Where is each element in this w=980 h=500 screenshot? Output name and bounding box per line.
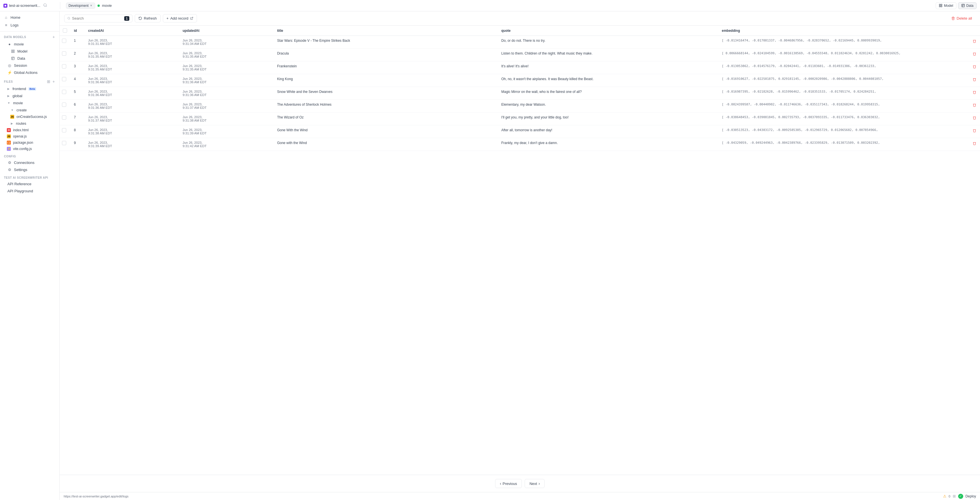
delete-row-button[interactable] xyxy=(972,39,977,44)
delete-row-button[interactable] xyxy=(972,141,977,147)
toolbar: 1 Refresh + Add record Delete all xyxy=(60,11,980,25)
sidebar-file-package-json[interactable]: { } package.json xyxy=(0,140,59,146)
files-label: FILES xyxy=(4,80,13,83)
cell-title: Dracula xyxy=(273,49,497,61)
row-checkbox[interactable] xyxy=(62,77,66,81)
row-checkbox[interactable] xyxy=(62,128,66,132)
sidebar-file-global[interactable]: ▶ global xyxy=(0,92,59,100)
model-tab-button[interactable]: Model xyxy=(935,2,956,9)
delete-row-button[interactable] xyxy=(972,64,977,70)
status-bar: https://test-ai-screenwriter.gadget.app/… xyxy=(60,492,980,500)
data-tab-button[interactable]: Data xyxy=(958,2,977,9)
delete-icon xyxy=(951,16,955,20)
new-file-folder-button[interactable]: ⊞ xyxy=(46,79,51,84)
sidebar-item-settings[interactable]: ⚙ Settings xyxy=(0,166,59,173)
delete-row-button[interactable] xyxy=(972,128,977,134)
cell-quote: After all, tomorrow is another day! xyxy=(497,125,718,138)
svg-rect-5 xyxy=(961,4,964,7)
topbar-center: Development ▼ movie xyxy=(62,3,933,9)
cell-title: Gone With the Wind xyxy=(273,125,497,138)
row-checkbox[interactable] xyxy=(62,51,66,56)
refresh-button[interactable]: Refresh xyxy=(135,14,161,22)
sidebar-file-movie-folder[interactable]: ▼ movie xyxy=(0,100,59,106)
cell-id: 9 xyxy=(70,138,84,151)
sidebar-file-onCreateSuccess[interactable]: JS onCreateSuccess.js xyxy=(3,114,59,120)
sidebar-item-home-label: Home xyxy=(11,15,21,20)
svg-rect-3 xyxy=(939,6,940,7)
delete-row-button[interactable] xyxy=(972,103,977,108)
row-checkbox[interactable] xyxy=(62,64,66,68)
sidebar-item-data[interactable]: Data xyxy=(0,55,59,62)
env-selector[interactable]: Development ▼ xyxy=(66,3,95,9)
search-box[interactable]: 1 xyxy=(64,14,132,22)
beta-badge: Beta xyxy=(29,87,37,90)
warning-count: 0 xyxy=(949,495,950,498)
cell-updatedAt: Jun 26, 2023, 9:31:38 AM EDT xyxy=(178,113,273,125)
api-section-header: TEST AI SCREENWRITER API xyxy=(0,173,59,180)
sidebar-main-nav: ⌂ Home ≡ Logs xyxy=(0,11,59,32)
delete-all-button[interactable]: Delete all xyxy=(948,14,975,22)
cell-updatedAt: Jun 26, 2023, 9:31:39 AM EDT xyxy=(178,125,273,138)
delete-row-button[interactable] xyxy=(972,51,977,57)
select-all-checkbox[interactable] xyxy=(63,29,67,33)
delete-row-button[interactable] xyxy=(972,77,977,83)
cell-quote: Magic Mirror on the wall, who is the fai… xyxy=(497,87,718,100)
api-section: TEST AI SCREENWRITER API API Reference A… xyxy=(0,173,59,195)
cell-createdAt: Jun 26, 2023, 9:31:36 AM EDT xyxy=(84,87,178,100)
delete-row-button[interactable] xyxy=(972,90,977,95)
sidebar-item-home[interactable]: ⌂ Home xyxy=(0,14,59,21)
sidebar-item-connections[interactable]: ⚙ Connections xyxy=(0,159,59,166)
sidebar-file-openai-js[interactable]: JS openai.js xyxy=(0,133,59,140)
html-file-icon: H xyxy=(7,128,11,132)
sidebar-file-index-html[interactable]: H index.html xyxy=(0,127,59,133)
sidebar-item-session[interactable]: ◎ Session xyxy=(0,62,59,69)
add-record-button[interactable]: + Add record xyxy=(163,14,197,22)
search-icon[interactable] xyxy=(42,2,48,9)
svg-rect-9 xyxy=(13,52,14,53)
cell-id: 6 xyxy=(70,100,84,113)
sidebar-file-vite-config[interactable]: ⚡ vite.config.js xyxy=(0,146,59,152)
cell-createdAt: Jun 26, 2023, 9:31:37 AM EDT xyxy=(84,113,178,125)
connections-label: Connections xyxy=(14,160,34,165)
routes-label: routes xyxy=(16,121,26,125)
data-models-header: DATA MODELS + xyxy=(0,32,59,41)
cell-quote: Elementary, my dear Watson. xyxy=(497,100,718,113)
row-checkbox[interactable] xyxy=(62,39,66,43)
cell-updatedAt: Jun 26, 2023, 9:31:36 AM EDT xyxy=(178,87,273,100)
table-row: 2 Jun 26, 2023, 9:31:35 AM EDT Jun 26, 2… xyxy=(60,49,980,61)
col-header-quote: quote xyxy=(497,25,718,36)
global-actions-label: Global Actions xyxy=(14,70,38,75)
external-link-icon xyxy=(190,17,193,20)
cell-embedding: [ -0.0024399587, -0.00440902, -0.0117466… xyxy=(718,100,970,113)
add-file-button[interactable]: + xyxy=(52,79,56,84)
add-data-model-button[interactable]: + xyxy=(52,34,56,40)
next-label: Next xyxy=(530,481,537,486)
sidebar-item-model[interactable]: Model xyxy=(0,48,59,55)
sidebar-item-movie[interactable]: ● movie xyxy=(0,41,59,48)
sidebar-item-global-actions[interactable]: ⚡ Global Actions xyxy=(0,69,59,76)
row-checkbox[interactable] xyxy=(62,115,66,120)
sidebar-file-frontend[interactable]: ▶ frontend Beta xyxy=(0,85,59,92)
table-row: 8 Jun 26, 2023, 9:31:38 AM EDT Jun 26, 2… xyxy=(60,125,980,138)
sidebar-item-api-playground[interactable]: API Playground xyxy=(0,187,59,195)
sidebar-item-api-reference[interactable]: API Reference xyxy=(0,180,59,187)
cell-quote: Do, or do not. There is no try. xyxy=(497,36,718,49)
row-checkbox[interactable] xyxy=(62,141,66,145)
cell-updatedAt: Jun 26, 2023, 9:31:35 AM EDT xyxy=(178,61,273,74)
svg-rect-6 xyxy=(12,50,13,51)
col-header-createdAt: createdAt xyxy=(84,25,178,36)
files-actions: ⊞ + xyxy=(46,79,56,84)
cell-updatedAt: Jun 26, 2023, 9:31:42 AM EDT xyxy=(178,138,273,151)
row-checkbox[interactable] xyxy=(62,103,66,107)
delete-row-button[interactable] xyxy=(972,115,977,121)
table-body: 1 Jun 26, 2023, 9:31:31 AM EDT Jun 26, 2… xyxy=(60,36,980,151)
next-button[interactable]: Next › xyxy=(525,479,544,488)
col-header-title: title xyxy=(273,25,497,36)
sidebar-item-logs[interactable]: ≡ Logs xyxy=(0,21,59,29)
sidebar-file-create-folder[interactable]: ▼ create xyxy=(3,106,59,114)
deploy-button[interactable]: Deploy xyxy=(966,494,976,498)
search-input[interactable] xyxy=(72,16,123,21)
row-checkbox[interactable] xyxy=(62,90,66,94)
sidebar-file-routes[interactable]: ▶ routes xyxy=(3,120,59,127)
prev-button[interactable]: ‹ Previous xyxy=(495,479,522,488)
